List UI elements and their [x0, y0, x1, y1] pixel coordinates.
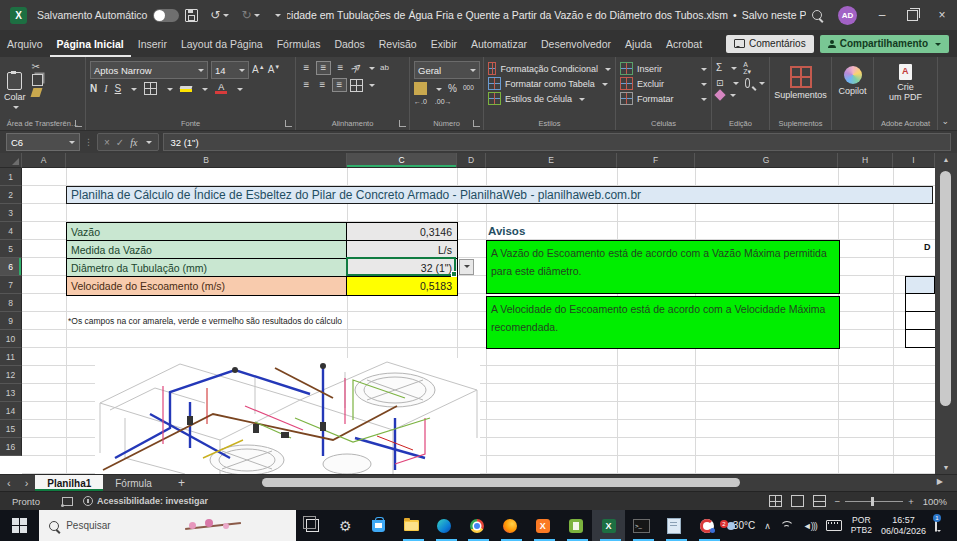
column-header-C[interactable]: C — [347, 153, 457, 168]
column-header-F[interactable]: F — [617, 153, 695, 168]
clipboard-dialog-launcher-icon[interactable] — [75, 120, 82, 127]
sheet-title-cell[interactable]: Planilha de Cálculo de Índice de Esbelte… — [66, 186, 933, 204]
user-avatar[interactable]: AD — [838, 6, 857, 25]
sheet-tab-formula[interactable]: Fórmula — [103, 475, 164, 491]
zoom-slider-thumb[interactable] — [871, 497, 874, 506]
firefox-button[interactable] — [493, 510, 526, 541]
font-size-select[interactable]: 14 — [211, 61, 249, 79]
collapse-ribbon-chevron-icon[interactable]: ⌄ — [941, 116, 949, 126]
clipped-cell[interactable] — [905, 312, 935, 330]
number-dialog-launcher-icon[interactable] — [473, 120, 480, 127]
increase-decimal-button[interactable]: ←.0 — [414, 98, 427, 105]
row-header-12[interactable]: 12 — [0, 366, 22, 384]
xampp-button[interactable]: X — [526, 510, 559, 541]
avisos-message-cell[interactable]: A Vazão do Escoamento está de acordo com… — [486, 240, 840, 294]
scroll-right-icon[interactable]: ▶ — [937, 477, 943, 486]
temperature-label[interactable]: 30°C — [733, 520, 755, 531]
notification-center-button[interactable]: 1 — [935, 520, 937, 531]
undo-button[interactable]: ↺ — [210, 8, 229, 22]
row-header-9[interactable]: 9 — [0, 312, 22, 330]
decrease-decimal-button[interactable]: .00→ — [435, 98, 452, 105]
redo-button[interactable]: ↻ — [241, 8, 260, 22]
close-button[interactable]: × — [927, 0, 957, 30]
row-header-8[interactable]: 8 — [0, 294, 22, 312]
cell-b6-label[interactable]: Diâmetro da Tubulação (mm) — [67, 259, 347, 276]
font-color-button[interactable]: A — [215, 84, 227, 94]
autosum-button[interactable]: Σ — [716, 63, 722, 73]
page-layout-view-button[interactable] — [791, 495, 804, 507]
minimize-button[interactable]: – — [867, 0, 897, 30]
conditional-formatting-button[interactable]: Formatação Condicional — [488, 61, 611, 76]
terminal-button[interactable]: >_ — [625, 510, 658, 541]
autosave-control[interactable]: Salvamento Automático — [37, 9, 179, 22]
restore-button[interactable] — [897, 0, 927, 30]
avisos-heading[interactable]: Avisos — [488, 222, 525, 240]
delete-cells-button[interactable]: Excluir — [620, 76, 707, 91]
sheet-tab-planilha1[interactable]: Planilha1 — [35, 475, 103, 491]
language-indicator[interactable]: POR PTB2 — [851, 516, 872, 536]
alignment-dialog-launcher-icon[interactable] — [399, 120, 406, 127]
tab-inserir[interactable]: Inserir — [131, 30, 174, 57]
taskbar-search-input[interactable]: Pesquisar — [39, 510, 296, 541]
formula-input[interactable]: 32 (1") — [163, 133, 951, 151]
find-select-button[interactable] — [745, 78, 750, 88]
page-break-view-button[interactable] — [813, 495, 826, 507]
save-button[interactable] — [185, 9, 198, 22]
addins-button[interactable]: Suplementos — [774, 66, 827, 100]
fill-color-button[interactable] — [180, 86, 192, 92]
copy-button[interactable] — [32, 74, 43, 86]
cell-c7-value[interactable]: 0,5183 — [347, 277, 457, 295]
orientation-button[interactable]: ≫ — [348, 59, 366, 77]
scroll-down-icon[interactable]: ▼ — [935, 464, 957, 471]
zoom-out-icon[interactable]: − — [835, 496, 841, 507]
name-box[interactable]: C6 — [6, 133, 80, 151]
task-view-button[interactable] — [296, 510, 329, 541]
tab-pagina-inicial[interactable]: Página Inicial — [50, 30, 131, 57]
red-circle-app-button[interactable] — [691, 510, 724, 541]
number-format-select[interactable]: Geral — [414, 61, 480, 79]
zoom-level[interactable]: 100% — [923, 496, 947, 507]
font-name-select[interactable]: Aptos Narrow — [90, 61, 208, 79]
align-right-button[interactable]: ≡ — [332, 78, 347, 92]
document-title[interactable]: Velocidade em Tubulações de Água Fria e … — [287, 9, 806, 21]
spreadsheet-grid[interactable]: Planilha de Cálculo de Índice de Esbelte… — [0, 153, 957, 474]
notepad-plus-plus-button[interactable] — [559, 510, 592, 541]
wifi-icon[interactable] — [780, 521, 794, 531]
share-button[interactable]: Compartilhamento — [820, 35, 949, 53]
column-header-H[interactable]: H — [838, 153, 893, 168]
row-header-15[interactable]: 15 — [0, 420, 22, 438]
search-button[interactable] — [812, 10, 822, 20]
autosave-toggle[interactable] — [153, 9, 179, 22]
settings-button[interactable]: ⚙ — [329, 510, 362, 541]
column-header-I[interactable]: I — [893, 153, 935, 168]
new-sheet-button[interactable]: + — [164, 476, 199, 490]
row-header-3[interactable]: 3 — [0, 204, 22, 222]
cell-b5-label[interactable]: Medida da Vazão — [67, 241, 347, 258]
tab-dados[interactable]: Dados — [327, 30, 371, 57]
file-explorer-button[interactable] — [395, 510, 428, 541]
cell-c6-value[interactable]: 32 (1") — [347, 259, 457, 276]
select-all-corner[interactable] — [0, 153, 22, 168]
piping-3d-image[interactable] — [95, 358, 480, 474]
zoom-in-icon[interactable]: + — [908, 496, 914, 507]
clear-button[interactable] — [714, 89, 725, 100]
underline-button[interactable]: S — [115, 84, 122, 94]
tab-layout-da-pagina[interactable]: Layout da Página — [174, 30, 270, 57]
normal-view-button[interactable] — [769, 495, 782, 507]
tab-revisao[interactable]: Revisão — [372, 30, 424, 57]
sort-filter-button[interactable]: AZ▾ — [743, 61, 751, 75]
formula-bar-chevron-icon[interactable] — [146, 141, 152, 147]
cancel-entry-icon[interactable]: × — [104, 137, 110, 148]
row-header-1[interactable]: 1 — [0, 168, 22, 186]
tab-exibir[interactable]: Exibir — [424, 30, 464, 57]
cell-b4-label[interactable]: Vazão — [67, 223, 347, 240]
column-header-D[interactable]: D — [457, 153, 486, 168]
align-middle-button[interactable]: ≡ — [316, 61, 331, 75]
format-cells-button[interactable]: Formatar — [620, 91, 707, 106]
horizontal-scroll-thumb[interactable] — [262, 478, 740, 487]
percent-style-button[interactable]: % — [448, 84, 457, 94]
clock[interactable]: 16:57 06/04/2026 — [881, 515, 926, 536]
excel-taskbar-button[interactable]: X — [592, 510, 625, 541]
sheet-nav-next-icon[interactable]: › — [18, 477, 36, 489]
clipped-blue-cell[interactable] — [905, 276, 935, 294]
